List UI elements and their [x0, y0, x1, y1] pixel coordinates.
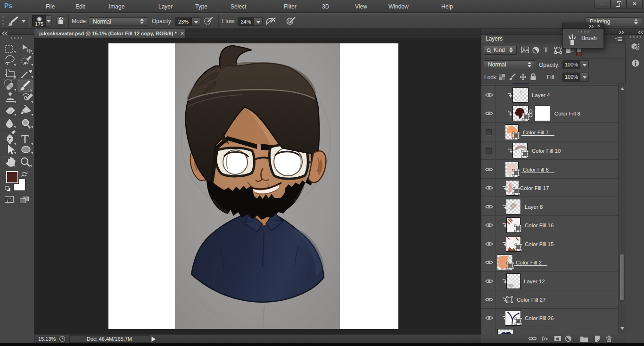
svg-text:T: T	[21, 132, 29, 146]
